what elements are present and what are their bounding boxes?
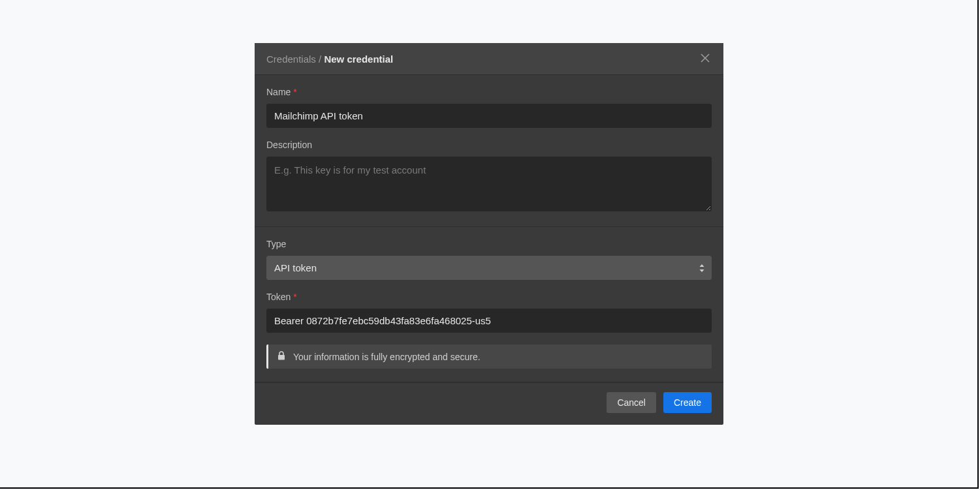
new-credential-modal: Credentials / New credential Name* Descr… bbox=[255, 43, 723, 425]
required-marker: * bbox=[293, 292, 296, 302]
close-button[interactable] bbox=[699, 52, 712, 65]
description-label: Description bbox=[266, 140, 712, 150]
encryption-banner: Your information is fully encrypted and … bbox=[266, 345, 712, 369]
breadcrumb: Credentials / New credential bbox=[266, 54, 393, 65]
section-credential: Type API token Token* Your information i… bbox=[255, 227, 723, 382]
required-marker: * bbox=[293, 87, 296, 97]
field-token: Token* bbox=[266, 292, 712, 333]
field-name: Name* bbox=[266, 87, 712, 128]
lock-icon bbox=[277, 351, 285, 362]
modal-footer: Cancel Create bbox=[255, 382, 723, 425]
description-input[interactable] bbox=[266, 157, 712, 211]
type-label: Type bbox=[266, 239, 712, 249]
name-input[interactable] bbox=[266, 104, 712, 128]
modal-header: Credentials / New credential bbox=[255, 43, 723, 75]
breadcrumb-current: New credential bbox=[324, 54, 393, 65]
field-type: Type API token bbox=[266, 239, 712, 280]
token-input[interactable] bbox=[266, 309, 712, 333]
svg-rect-2 bbox=[278, 355, 285, 360]
name-label: Name* bbox=[266, 87, 712, 97]
cancel-button[interactable]: Cancel bbox=[607, 392, 656, 413]
close-icon bbox=[701, 54, 710, 65]
token-label: Token* bbox=[266, 292, 712, 302]
encryption-banner-text: Your information is fully encrypted and … bbox=[293, 352, 481, 362]
breadcrumb-root: Credentials bbox=[266, 54, 316, 65]
type-select[interactable]: API token bbox=[266, 256, 712, 280]
section-general: Name* Description bbox=[255, 75, 723, 227]
create-button[interactable]: Create bbox=[663, 392, 712, 413]
breadcrumb-sep: / bbox=[316, 54, 324, 65]
field-description: Description bbox=[266, 140, 712, 213]
